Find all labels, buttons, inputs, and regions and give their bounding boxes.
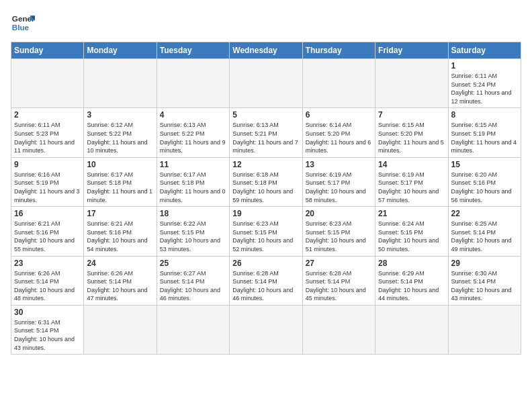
calendar-cell	[157, 59, 229, 108]
day-info: Sunrise: 6:28 AM Sunset: 5:14 PM Dayligh…	[232, 269, 299, 303]
calendar-cell: 18Sunrise: 6:22 AM Sunset: 5:15 PM Dayli…	[157, 207, 229, 256]
day-info: Sunrise: 6:30 AM Sunset: 5:14 PM Dayligh…	[451, 269, 518, 303]
day-number: 2	[14, 110, 81, 120]
col-header-tuesday: Tuesday	[157, 42, 229, 59]
day-info: Sunrise: 6:20 AM Sunset: 5:16 PM Dayligh…	[451, 171, 518, 204]
calendar-cell: 8Sunrise: 6:15 AM Sunset: 5:19 PM Daylig…	[448, 108, 521, 157]
calendar-table: SundayMondayTuesdayWednesdayThursdayFrid…	[11, 42, 521, 355]
day-number: 11	[160, 160, 226, 169]
calendar-cell: 14Sunrise: 6:19 AM Sunset: 5:17 PM Dayli…	[375, 157, 448, 206]
day-number: 30	[14, 308, 81, 317]
day-number: 6	[306, 110, 372, 120]
calendar-cell	[230, 59, 302, 108]
day-info: Sunrise: 6:29 AM Sunset: 5:14 PM Dayligh…	[378, 269, 445, 303]
day-info: Sunrise: 6:18 AM Sunset: 5:18 PM Dayligh…	[232, 171, 299, 204]
day-number: 13	[306, 160, 372, 169]
day-number: 27	[306, 259, 372, 268]
day-info: Sunrise: 6:16 AM Sunset: 5:19 PM Dayligh…	[14, 171, 81, 204]
calendar-cell: 6Sunrise: 6:14 AM Sunset: 5:20 PM Daylig…	[302, 108, 375, 157]
day-number: 14	[378, 160, 445, 169]
calendar-cell	[84, 59, 157, 108]
calendar-week-row: 23Sunrise: 6:26 AM Sunset: 5:14 PM Dayli…	[11, 256, 521, 305]
calendar-cell: 26Sunrise: 6:28 AM Sunset: 5:14 PM Dayli…	[230, 256, 302, 305]
calendar-cell: 20Sunrise: 6:23 AM Sunset: 5:15 PM Dayli…	[302, 207, 375, 256]
day-number: 29	[451, 259, 518, 268]
calendar-header-row: SundayMondayTuesdayWednesdayThursdayFrid…	[11, 42, 521, 59]
calendar-cell: 17Sunrise: 6:21 AM Sunset: 5:16 PM Dayli…	[84, 207, 157, 256]
day-info: Sunrise: 6:25 AM Sunset: 5:14 PM Dayligh…	[451, 220, 518, 253]
day-info: Sunrise: 6:11 AM Sunset: 5:23 PM Dayligh…	[14, 121, 81, 154]
calendar-cell: 25Sunrise: 6:27 AM Sunset: 5:14 PM Dayli…	[157, 256, 229, 305]
calendar-cell	[448, 305, 521, 354]
calendar-cell: 23Sunrise: 6:26 AM Sunset: 5:14 PM Dayli…	[11, 256, 84, 305]
day-number: 21	[378, 209, 445, 218]
calendar-cell: 27Sunrise: 6:28 AM Sunset: 5:14 PM Dayli…	[302, 256, 375, 305]
col-header-monday: Monday	[84, 42, 157, 59]
day-number: 25	[160, 259, 226, 268]
calendar-cell	[230, 305, 302, 354]
day-info: Sunrise: 6:19 AM Sunset: 5:17 PM Dayligh…	[378, 171, 445, 204]
header: General Blue	[11, 11, 521, 35]
day-number: 26	[232, 259, 299, 268]
calendar-cell: 11Sunrise: 6:17 AM Sunset: 5:18 PM Dayli…	[157, 157, 229, 206]
day-info: Sunrise: 6:23 AM Sunset: 5:15 PM Dayligh…	[232, 220, 299, 253]
calendar-cell	[157, 305, 229, 354]
calendar-cell: 9Sunrise: 6:16 AM Sunset: 5:19 PM Daylig…	[11, 157, 84, 206]
day-number: 24	[87, 259, 153, 268]
calendar-cell: 28Sunrise: 6:29 AM Sunset: 5:14 PM Dayli…	[375, 256, 448, 305]
day-info: Sunrise: 6:14 AM Sunset: 5:20 PM Dayligh…	[306, 121, 372, 154]
calendar-cell	[302, 59, 375, 108]
svg-text:Blue: Blue	[12, 23, 30, 32]
day-number: 5	[232, 110, 299, 120]
calendar-cell	[375, 59, 448, 108]
col-header-thursday: Thursday	[302, 42, 375, 59]
calendar-cell	[375, 305, 448, 354]
day-number: 9	[14, 160, 81, 169]
day-info: Sunrise: 6:27 AM Sunset: 5:14 PM Dayligh…	[160, 269, 226, 303]
calendar-cell: 3Sunrise: 6:12 AM Sunset: 5:22 PM Daylig…	[84, 108, 157, 157]
day-info: Sunrise: 6:24 AM Sunset: 5:15 PM Dayligh…	[378, 220, 445, 253]
col-header-saturday: Saturday	[448, 42, 521, 59]
calendar-week-row: 2Sunrise: 6:11 AM Sunset: 5:23 PM Daylig…	[11, 108, 521, 157]
day-info: Sunrise: 6:15 AM Sunset: 5:19 PM Dayligh…	[451, 121, 518, 154]
calendar-cell: 19Sunrise: 6:23 AM Sunset: 5:15 PM Dayli…	[230, 207, 302, 256]
day-number: 7	[378, 110, 445, 120]
day-number: 3	[87, 110, 153, 120]
day-number: 22	[451, 209, 518, 218]
day-info: Sunrise: 6:13 AM Sunset: 5:21 PM Dayligh…	[232, 121, 299, 154]
calendar-cell: 30Sunrise: 6:31 AM Sunset: 5:14 PM Dayli…	[11, 305, 84, 354]
calendar-week-row: 30Sunrise: 6:31 AM Sunset: 5:14 PM Dayli…	[11, 305, 521, 354]
calendar-cell: 16Sunrise: 6:21 AM Sunset: 5:16 PM Dayli…	[11, 207, 84, 256]
day-info: Sunrise: 6:12 AM Sunset: 5:22 PM Dayligh…	[87, 121, 153, 154]
calendar-cell: 13Sunrise: 6:19 AM Sunset: 5:17 PM Dayli…	[302, 157, 375, 206]
day-info: Sunrise: 6:22 AM Sunset: 5:15 PM Dayligh…	[160, 220, 226, 253]
day-number: 15	[451, 160, 518, 169]
day-info: Sunrise: 6:15 AM Sunset: 5:20 PM Dayligh…	[378, 121, 445, 154]
day-number: 8	[451, 110, 518, 120]
day-number: 17	[87, 209, 153, 218]
calendar-cell: 12Sunrise: 6:18 AM Sunset: 5:18 PM Dayli…	[230, 157, 302, 206]
day-info: Sunrise: 6:28 AM Sunset: 5:14 PM Dayligh…	[306, 269, 372, 303]
calendar-cell	[84, 305, 157, 354]
calendar-week-row: 1Sunrise: 6:11 AM Sunset: 5:24 PM Daylig…	[11, 59, 521, 108]
day-number: 19	[232, 209, 299, 218]
calendar-cell	[302, 305, 375, 354]
col-header-friday: Friday	[375, 42, 448, 59]
day-number: 4	[160, 110, 226, 120]
calendar-cell: 1Sunrise: 6:11 AM Sunset: 5:24 PM Daylig…	[448, 59, 521, 108]
calendar-cell: 7Sunrise: 6:15 AM Sunset: 5:20 PM Daylig…	[375, 108, 448, 157]
day-info: Sunrise: 6:23 AM Sunset: 5:15 PM Dayligh…	[306, 220, 372, 253]
calendar-cell: 22Sunrise: 6:25 AM Sunset: 5:14 PM Dayli…	[448, 207, 521, 256]
col-header-wednesday: Wednesday	[230, 42, 302, 59]
day-number: 10	[87, 160, 153, 169]
calendar-cell	[11, 59, 84, 108]
calendar-cell: 2Sunrise: 6:11 AM Sunset: 5:23 PM Daylig…	[11, 108, 84, 157]
calendar-week-row: 9Sunrise: 6:16 AM Sunset: 5:19 PM Daylig…	[11, 157, 521, 206]
day-info: Sunrise: 6:17 AM Sunset: 5:18 PM Dayligh…	[160, 171, 226, 204]
day-info: Sunrise: 6:31 AM Sunset: 5:14 PM Dayligh…	[14, 318, 81, 352]
day-info: Sunrise: 6:26 AM Sunset: 5:14 PM Dayligh…	[14, 269, 81, 303]
logo: General Blue	[11, 11, 35, 35]
day-number: 16	[14, 209, 81, 218]
calendar-cell: 4Sunrise: 6:13 AM Sunset: 5:22 PM Daylig…	[157, 108, 229, 157]
calendar-cell: 5Sunrise: 6:13 AM Sunset: 5:21 PM Daylig…	[230, 108, 302, 157]
